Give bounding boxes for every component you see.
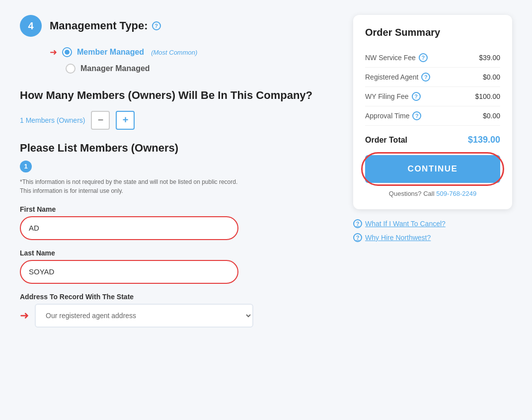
approval-time-price: $0.00 <box>483 112 500 120</box>
wy-filing-help-icon[interactable]: ? <box>412 92 421 101</box>
step-badge: 4 <box>20 15 42 37</box>
nw-fee-price: $39.00 <box>479 54 500 62</box>
member-managed-option[interactable]: ➜ Member Managed (Most Common) <box>50 47 333 58</box>
nw-fee-help-icon[interactable]: ? <box>419 53 428 62</box>
order-total-row: Order Total $139.00 <box>365 128 500 145</box>
contact-text: Questions? Call 509-768-2249 <box>365 190 500 197</box>
first-name-label: First Name <box>20 205 333 213</box>
first-name-field-group: First Name <box>20 205 333 240</box>
manager-managed-label: Manager Managed <box>80 64 150 73</box>
list-members-section: Please List Members (Owners) 1 *This inf… <box>20 142 333 328</box>
last-name-label: Last Name <box>20 249 333 257</box>
sidebar: Order Summary NW Service Fee ? $39.00 Re… <box>353 15 512 242</box>
members-counter: 1 Members (Owners) − + <box>20 111 333 130</box>
address-field-group: Address To Record With The State ➜ Our r… <box>20 293 333 328</box>
members-count-label: 1 Members (Owners) <box>20 116 85 124</box>
address-field-wrapper: ➜ Our registered agent address Enter a c… <box>20 304 333 328</box>
order-summary-title: Order Summary <box>365 27 500 38</box>
arrow-annotation-member: ➜ <box>50 47 57 58</box>
members-count-section: How Many Members (Owners) Will Be In Thi… <box>20 88 333 130</box>
nw-fee-label: NW Service Fee ? <box>365 53 428 62</box>
continue-button[interactable]: CONTINUE <box>365 155 500 183</box>
contact-phone-link[interactable]: 509-768-2249 <box>436 190 476 197</box>
why-northwest-help-icon: ? <box>353 233 362 242</box>
management-type-title: Management Type: ? <box>50 19 161 32</box>
why-northwest-link[interactable]: ? Why Hire Northwest? <box>353 233 512 242</box>
continue-button-wrapper: CONTINUE <box>365 155 500 183</box>
member-managed-label: Member Managed <box>77 48 144 57</box>
disclaimer-text: *This information is not required by the… <box>20 177 238 195</box>
order-row-approval-time: Approval Time ? $0.00 <box>365 106 500 126</box>
last-name-field-group: Last Name <box>20 249 333 284</box>
manager-managed-radio[interactable] <box>66 64 76 74</box>
list-members-title: Please List Members (Owners) <box>20 142 333 155</box>
order-total-price: $139.00 <box>468 135 500 145</box>
approval-time-help-icon[interactable]: ? <box>412 111 421 120</box>
wy-filing-price: $100.00 <box>475 92 500 100</box>
manager-managed-option[interactable]: Manager Managed <box>50 64 333 74</box>
order-total-label: Order Total <box>365 136 407 145</box>
increment-button[interactable]: + <box>116 111 135 130</box>
cancel-link[interactable]: ? What If I Want To Cancel? <box>353 219 512 228</box>
approval-time-label: Approval Time ? <box>365 111 421 120</box>
main-content: 4 Management Type: ? ➜ Member Managed (M… <box>20 15 333 336</box>
address-select[interactable]: Our registered agent address Enter a cus… <box>35 304 253 328</box>
member-managed-radio[interactable] <box>62 47 72 57</box>
order-summary-card: Order Summary NW Service Fee ? $39.00 Re… <box>353 15 512 209</box>
sidebar-links: ? What If I Want To Cancel? ? Why Hire N… <box>353 219 512 242</box>
wy-filing-label: WY Filing Fee ? <box>365 92 421 101</box>
management-type-options: ➜ Member Managed (Most Common) Manager M… <box>50 47 333 74</box>
order-row-wy-filing: WY Filing Fee ? $100.00 <box>365 87 500 106</box>
arrow-annotation-address: ➜ <box>20 309 29 322</box>
address-label: Address To Record With The State <box>20 293 333 301</box>
first-name-input[interactable] <box>20 216 238 240</box>
member-number-badge: 1 <box>20 161 32 172</box>
registered-agent-help-icon[interactable]: ? <box>421 73 430 82</box>
most-common-tag: (Most Common) <box>151 49 197 56</box>
registered-agent-price: $0.00 <box>483 73 500 81</box>
last-name-input[interactable] <box>20 260 238 284</box>
decrement-button[interactable]: − <box>91 111 110 130</box>
order-row-registered-agent: Registered Agent ? $0.00 <box>365 68 500 87</box>
step-header: 4 Management Type: ? <box>20 15 333 37</box>
cancel-help-icon: ? <box>353 219 362 228</box>
registered-agent-label: Registered Agent ? <box>365 73 430 82</box>
members-count-title: How Many Members (Owners) Will Be In Thi… <box>20 88 333 103</box>
order-row-nw-fee: NW Service Fee ? $39.00 <box>365 48 500 68</box>
management-help-icon[interactable]: ? <box>152 21 161 30</box>
